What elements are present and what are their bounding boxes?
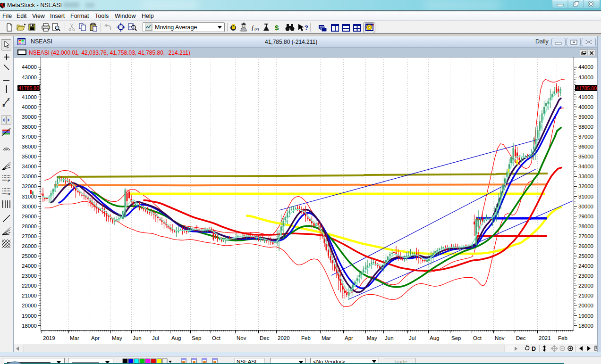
svg-text:28000: 28000: [22, 223, 37, 229]
svg-text:25000: 25000: [22, 253, 37, 259]
svg-text:37000: 37000: [22, 134, 37, 140]
svg-text:38000: 38000: [22, 124, 37, 130]
svg-text:30000: 30000: [578, 204, 593, 209]
svg-text:43000: 43000: [578, 74, 593, 80]
svg-text:31000: 31000: [22, 194, 37, 199]
svg-text:26000: 26000: [578, 243, 593, 249]
svg-text:Sep: Sep: [451, 335, 461, 341]
svg-text:39000: 39000: [22, 114, 37, 120]
svg-text:Feb: Feb: [301, 335, 311, 341]
svg-text:41785.80: 41785.80: [18, 85, 39, 91]
svg-text:29000: 29000: [22, 214, 37, 219]
svg-text:37000: 37000: [578, 134, 593, 140]
svg-text:Aug: Aug: [171, 335, 181, 341]
svg-text:Dec: Dec: [516, 335, 526, 341]
svg-text:22000: 22000: [578, 283, 593, 289]
svg-text:33000: 33000: [22, 174, 37, 179]
svg-text:29000: 29000: [578, 214, 593, 219]
svg-text:Apr: Apr: [345, 335, 353, 341]
svg-text:2021: 2021: [539, 335, 551, 341]
svg-text:2020: 2020: [278, 335, 290, 341]
svg-text:28000: 28000: [578, 223, 593, 229]
svg-text:Aug: Aug: [430, 335, 439, 341]
svg-text:43000: 43000: [22, 74, 37, 80]
svg-text:23000: 23000: [578, 273, 593, 279]
svg-text:34000: 34000: [22, 164, 37, 169]
svg-text:Dec: Dec: [260, 335, 270, 341]
svg-text:41785.80: 41785.80: [576, 85, 597, 91]
svg-text:25000: 25000: [578, 253, 593, 259]
svg-text:Oct: Oct: [473, 335, 482, 341]
svg-text:Jun: Jun: [385, 335, 394, 341]
svg-text:22000: 22000: [22, 283, 37, 289]
svg-text:24000: 24000: [22, 263, 37, 269]
svg-text:27000: 27000: [578, 233, 593, 239]
svg-text:32000: 32000: [578, 183, 593, 189]
svg-text:19000: 19000: [578, 313, 593, 319]
svg-text:Nov: Nov: [237, 335, 246, 341]
svg-text:44000: 44000: [578, 64, 593, 70]
svg-text:Jul: Jul: [152, 335, 159, 341]
svg-text:2019: 2019: [43, 335, 55, 341]
svg-text:Sep: Sep: [192, 335, 201, 341]
svg-text:May: May: [367, 335, 377, 341]
svg-text:20000: 20000: [578, 303, 593, 308]
svg-text:20000: 20000: [22, 303, 37, 308]
svg-text:18000: 18000: [22, 323, 37, 329]
svg-text:Mar: Mar: [322, 335, 331, 341]
svg-text:44000: 44000: [22, 64, 37, 70]
svg-text:27000: 27000: [22, 233, 37, 239]
svg-text:32000: 32000: [22, 183, 37, 189]
svg-text:41000: 41000: [22, 94, 37, 100]
svg-text:24000: 24000: [578, 263, 593, 269]
svg-text:May: May: [112, 335, 122, 341]
svg-text:31000: 31000: [578, 194, 593, 199]
svg-text:40000: 40000: [578, 104, 593, 110]
svg-text:41000: 41000: [578, 94, 593, 100]
svg-text:18000: 18000: [578, 323, 593, 329]
svg-text:19000: 19000: [22, 313, 37, 319]
svg-text:35000: 35000: [22, 154, 37, 159]
svg-text:39000: 39000: [578, 114, 593, 120]
svg-text:Jun: Jun: [133, 335, 142, 341]
svg-text:30000: 30000: [22, 204, 37, 209]
svg-text:21000: 21000: [578, 293, 593, 298]
svg-text:23000: 23000: [22, 273, 37, 279]
svg-text:21000: 21000: [22, 293, 37, 298]
svg-text:Mar: Mar: [70, 335, 79, 341]
svg-text:34000: 34000: [578, 164, 593, 169]
svg-text:36000: 36000: [22, 144, 37, 149]
svg-text:Nov: Nov: [495, 335, 505, 341]
svg-text:35000: 35000: [578, 154, 593, 159]
svg-text:Apr: Apr: [91, 335, 100, 341]
svg-text:40000: 40000: [22, 104, 37, 110]
svg-text:26000: 26000: [22, 243, 37, 249]
svg-text:Oct: Oct: [212, 335, 221, 341]
svg-text:36000: 36000: [578, 144, 593, 149]
svg-text:38000: 38000: [578, 124, 593, 130]
svg-text:Feb: Feb: [558, 335, 567, 341]
svg-text:Jul: Jul: [409, 335, 416, 341]
svg-text:33000: 33000: [578, 174, 593, 179]
